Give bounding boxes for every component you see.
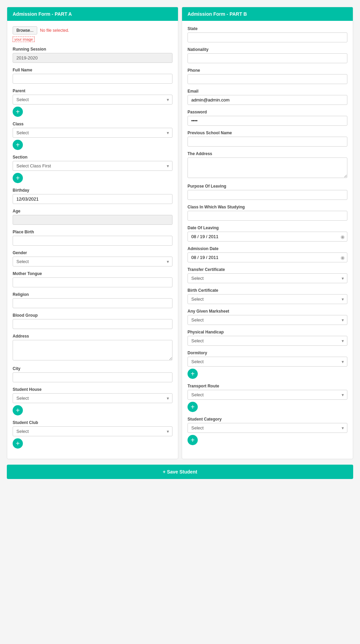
running-session-label: Running Session xyxy=(13,47,172,52)
section-group: Section Select Class First ▼ + xyxy=(13,155,172,183)
transfer-cert-label: Transfer Certificate xyxy=(188,267,347,272)
birth-cert-select[interactable]: Select xyxy=(188,294,347,304)
date-leaving-clear-icon[interactable]: ◉ xyxy=(341,234,345,239)
date-leaving-label: Date Of Leaving xyxy=(188,225,347,230)
place-birth-input[interactable] xyxy=(13,236,172,246)
student-house-label: Student House xyxy=(13,387,172,392)
file-upload-group: Browse... No file selected. your image xyxy=(13,26,172,42)
address-group: Address xyxy=(13,334,172,361)
student-club-add-button[interactable]: + xyxy=(13,438,23,449)
city-group: City xyxy=(13,366,172,382)
state-input[interactable] xyxy=(188,32,347,42)
religion-label: Religion xyxy=(13,292,172,297)
your-image-label: your image xyxy=(13,37,34,42)
mother-tongue-group: Mother Tongue xyxy=(13,271,172,287)
part-a-header: Admission Form - PART A xyxy=(7,7,178,21)
class-studying-group: Class In Which Was Studying xyxy=(188,205,347,221)
address-label: Address xyxy=(13,334,172,339)
email-group: Email xyxy=(188,89,347,105)
password-group: Password xyxy=(188,110,347,126)
birthday-label: Birthday xyxy=(13,188,172,193)
the-address-label: The Address xyxy=(188,151,347,156)
class-select[interactable]: Select xyxy=(13,128,172,138)
mother-tongue-label: Mother Tongue xyxy=(13,271,172,276)
transfer-cert-group: Transfer Certificate Select ▼ xyxy=(188,267,347,283)
admission-date-group: Admission Date ◉ xyxy=(188,246,347,262)
browse-button[interactable]: Browse... xyxy=(13,26,37,35)
physical-handicap-select[interactable]: Select xyxy=(188,336,347,346)
part-b-panel: Admission Form - PART B State Nationalit… xyxy=(182,7,353,459)
the-address-group: The Address xyxy=(188,151,347,179)
gender-group: Gender Select ▼ xyxy=(13,250,172,266)
student-category-group: Student Category Select ▼ + xyxy=(188,417,347,445)
parent-select[interactable]: Select xyxy=(13,95,172,105)
purpose-leaving-input[interactable] xyxy=(188,190,347,200)
class-add-button[interactable]: + xyxy=(13,140,23,150)
student-club-group: Student Club Select ▼ + xyxy=(13,420,172,449)
transfer-cert-select[interactable]: Select xyxy=(188,273,347,283)
parent-group: Parent Select ▼ + xyxy=(13,88,172,117)
blood-group-input[interactable] xyxy=(13,319,172,329)
no-file-text: No file selected. xyxy=(40,28,69,33)
section-select[interactable]: Select Class First xyxy=(13,161,172,171)
religion-group: Religion xyxy=(13,292,172,308)
mother-tongue-input[interactable] xyxy=(13,277,172,287)
age-label: Age xyxy=(13,209,172,214)
physical-handicap-group: Physical Handicap Select ▼ xyxy=(188,330,347,346)
student-club-select[interactable]: Select xyxy=(13,426,172,436)
student-house-add-button[interactable]: + xyxy=(13,405,23,415)
place-birth-label: Place Birth xyxy=(13,230,172,234)
marksheet-select[interactable]: Select xyxy=(188,315,347,325)
full-name-input[interactable] xyxy=(13,74,172,84)
date-leaving-input[interactable] xyxy=(188,232,347,242)
email-input[interactable] xyxy=(188,95,347,105)
phone-label: Phone xyxy=(188,68,347,73)
class-studying-input[interactable] xyxy=(188,211,347,221)
prev-school-label: Previous School Name xyxy=(188,131,347,135)
address-textarea[interactable] xyxy=(13,340,172,360)
age-group: Age xyxy=(13,209,172,225)
part-b-header: Admission Form - PART B xyxy=(182,7,353,21)
prev-school-input[interactable] xyxy=(188,137,347,147)
running-session-group: Running Session xyxy=(13,47,172,63)
admission-date-input[interactable] xyxy=(188,252,347,262)
transport-route-add-button[interactable]: + xyxy=(188,402,198,412)
gender-select[interactable]: Select xyxy=(13,257,172,266)
email-label: Email xyxy=(188,89,347,94)
part-b-body: State Nationality Phone Email xyxy=(182,21,353,455)
password-input[interactable] xyxy=(188,116,347,126)
password-label: Password xyxy=(188,110,347,114)
admission-date-clear-icon[interactable]: ◉ xyxy=(341,255,345,260)
student-category-select[interactable]: Select xyxy=(188,423,347,433)
birth-cert-group: Birth Certificate Select ▼ xyxy=(188,288,347,304)
religion-input[interactable] xyxy=(13,298,172,308)
blood-group-group: Blood Group xyxy=(13,313,172,329)
phone-group: Phone xyxy=(188,68,347,84)
state-group: State xyxy=(188,26,347,42)
blood-group-label: Blood Group xyxy=(13,313,172,318)
birth-cert-label: Birth Certificate xyxy=(188,288,347,293)
nationality-input[interactable] xyxy=(188,53,347,63)
student-club-label: Student Club xyxy=(13,420,172,425)
dormitory-add-button[interactable]: + xyxy=(188,369,198,379)
dormitory-group: Dormitory Select ▼ + xyxy=(188,351,347,379)
state-label: State xyxy=(188,26,347,31)
save-student-button[interactable]: + Save Student xyxy=(163,469,197,475)
save-bar: + Save Student xyxy=(7,465,353,479)
the-address-textarea[interactable] xyxy=(188,157,347,178)
dormitory-label: Dormitory xyxy=(188,351,347,355)
parent-add-button[interactable]: + xyxy=(13,107,23,117)
dormitory-select[interactable]: Select xyxy=(188,357,347,367)
purpose-leaving-group: Purpose Of Leaving xyxy=(188,184,347,200)
birthday-input[interactable] xyxy=(13,194,172,204)
marksheet-label: Any Given Marksheet xyxy=(188,309,347,314)
student-category-add-button[interactable]: + xyxy=(188,435,198,445)
section-add-button[interactable]: + xyxy=(13,173,23,183)
city-input[interactable] xyxy=(13,372,172,382)
transport-route-select[interactable]: Select xyxy=(188,390,347,400)
transport-route-group: Transport Route Select ▼ + xyxy=(188,384,347,412)
phone-input[interactable] xyxy=(188,74,347,84)
student-house-group: Student House Select ▼ + xyxy=(13,387,172,415)
student-house-select[interactable]: Select xyxy=(13,393,172,403)
admission-date-label: Admission Date xyxy=(188,246,347,251)
